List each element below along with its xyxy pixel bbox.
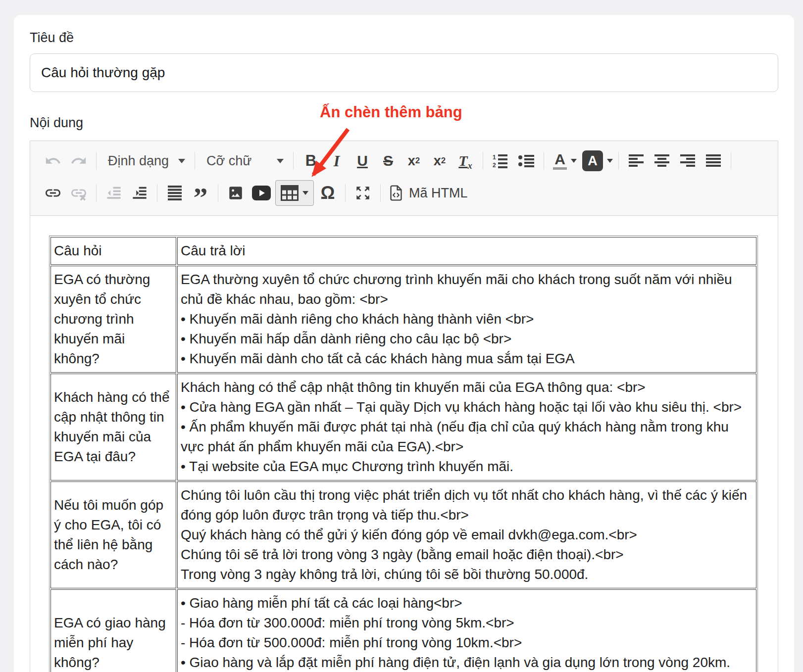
toolbar-separator	[345, 184, 346, 202]
faq-table-body: Câu hỏi Câu trả lời EGA có thường xuyên …	[50, 237, 756, 672]
numbered-list-button[interactable]: 12	[488, 148, 513, 174]
toolbar-separator	[380, 184, 381, 202]
chevron-down-icon	[571, 159, 577, 163]
redo-icon[interactable]	[66, 148, 92, 174]
indent-decrease-button[interactable]	[101, 180, 127, 206]
table-header-row: Câu hỏi Câu trả lời	[50, 237, 756, 265]
answer-line: Quý khách hàng có thể gửi ý kiến đóng gó…	[181, 525, 753, 545]
source-code-label: Mã HTML	[409, 186, 468, 201]
format-dropdown[interactable]: Định dạng	[101, 148, 190, 174]
answer-cell[interactable]: Khách hàng có thể cập nhật thông tin khu…	[177, 374, 756, 480]
font-size-dropdown[interactable]: Cỡ chữ	[200, 148, 289, 174]
blockquote-button[interactable]: ”	[188, 180, 213, 206]
source-code-button[interactable]: Mã HTML	[385, 180, 471, 206]
answer-line: Trong vòng 3 ngày không trả lời, chúng t…	[181, 565, 753, 584]
table-row: Khách hàng có thể cập nhật thông tin khu…	[50, 374, 756, 480]
answer-cell[interactable]: Chúng tôi luôn cầu thị trong việc phát t…	[177, 481, 756, 588]
superscript-button[interactable]: x2	[427, 148, 452, 174]
image-button[interactable]	[223, 180, 249, 206]
youtube-button[interactable]	[249, 180, 274, 206]
font-size-dropdown-label: Cỡ chữ	[206, 153, 251, 169]
question-cell[interactable]: EGA có thường xuyên tổ chức chương trình…	[50, 266, 176, 373]
chevron-down-icon	[178, 159, 185, 163]
title-field-label: Tiêu đề	[30, 30, 778, 46]
unlink-button[interactable]	[66, 180, 92, 206]
title-input[interactable]	[30, 53, 778, 92]
toolbar-separator	[195, 152, 195, 170]
toolbar-separator	[483, 152, 483, 170]
answer-line: • Cửa hàng EGA gần nhất – Tại quầy Dịch …	[181, 397, 753, 417]
toolbar-separator	[293, 152, 294, 170]
line-height-button[interactable]	[162, 180, 188, 206]
answer-line: - Hóa đơn từ 300.000đ: miễn phí trong vò…	[181, 613, 753, 633]
toolbar-separator	[96, 184, 97, 202]
answer-line: Chúng tôi luôn cầu thị trong việc phát t…	[181, 485, 753, 525]
toolbar-separator	[96, 152, 97, 170]
content-card: Tiêu đề Nội dung Ấn chèn thêm bảng	[14, 15, 794, 672]
annotation-text: Ấn chèn thêm bảng	[320, 103, 462, 121]
toolbar-separator	[544, 152, 544, 170]
bullet-list-button[interactable]	[513, 148, 539, 174]
html-doc-icon	[388, 185, 404, 201]
header-cell-answer[interactable]: Câu trả lời	[177, 237, 756, 265]
chevron-down-icon	[607, 159, 613, 163]
indent-increase-button[interactable]	[127, 180, 152, 206]
link-button[interactable]	[40, 180, 66, 206]
answer-line: • Khuyến mãi dành riêng cho khách hàng t…	[181, 309, 753, 329]
answer-line: • Giao hàng miễn phí tất cả các loại hàn…	[181, 593, 753, 613]
rich-text-editor: Ấn chèn thêm bảng Định dạng	[30, 141, 778, 672]
align-center-button[interactable]	[649, 148, 675, 174]
undo-icon[interactable]	[40, 148, 66, 174]
justify-button[interactable]	[701, 148, 726, 174]
align-right-button[interactable]	[675, 148, 701, 174]
format-dropdown-label: Định dạng	[108, 153, 169, 169]
question-cell[interactable]: EGA có giao hàng miễn phí hay không?	[50, 589, 176, 672]
answer-line: • Giao hàng và lắp đặt miễn phí hàng điệ…	[181, 653, 753, 672]
toolbar-separator	[157, 184, 157, 202]
annotation-arrow-icon	[301, 124, 366, 185]
align-left-button[interactable]	[623, 148, 649, 174]
answer-line: EGA thường xuyên tổ chức chương trình kh…	[181, 270, 753, 309]
answer-cell[interactable]: • Giao hàng miễn phí tất cả các loại hàn…	[177, 589, 756, 672]
svg-text:2: 2	[493, 162, 496, 168]
background-color-button[interactable]: A	[581, 148, 614, 174]
editor-content-area[interactable]: Câu hỏi Câu trả lời EGA có thường xuyên …	[30, 216, 778, 672]
toolbar-separator	[618, 152, 619, 170]
table-grid-icon	[281, 185, 299, 201]
svg-text:1: 1	[493, 154, 496, 161]
answer-line: • Ấn phẩm khuyến mãi được phát tại nhà (…	[181, 417, 753, 457]
answer-line: • Tại website của EGA mục Chương trình k…	[181, 457, 753, 477]
toolbar-separator	[218, 184, 218, 202]
answer-cell[interactable]: EGA thường xuyên tổ chức chương trình kh…	[177, 266, 756, 373]
table-row: Nếu tôi muốn góp ý cho EGA, tôi có thể l…	[50, 481, 756, 588]
editor-toolbar: Định dạng Cỡ chữ B I U S x2 x2 Tx	[30, 141, 778, 216]
background-color-a-icon: A	[582, 150, 603, 171]
chevron-down-icon	[277, 159, 284, 163]
subscript-button[interactable]: x2	[401, 148, 427, 174]
chevron-down-icon	[302, 191, 308, 195]
answer-line: Chúng tôi sẽ trả lời trong vòng 3 ngày (…	[181, 545, 753, 565]
table-row: EGA có giao hàng miễn phí hay không?• Gi…	[50, 589, 756, 672]
answer-line: • Khuyến mãi dành cho tất cả các khách h…	[181, 349, 753, 369]
text-color-button[interactable]: A	[549, 148, 581, 174]
answer-line: • Khuyến mãi hấp dẫn dành riêng cho câu …	[181, 329, 753, 349]
toolbar-separator	[731, 152, 731, 170]
faq-table: Câu hỏi Câu trả lời EGA có thường xuyên …	[49, 236, 758, 672]
question-cell[interactable]: Khách hàng có thể cập nhật thông tin khu…	[50, 374, 176, 480]
table-row: EGA có thường xuyên tổ chức chương trình…	[50, 266, 756, 373]
text-color-a-icon: A	[553, 152, 567, 170]
answer-line: - Hóa đơn từ 500.000đ: miễn phí trong vò…	[181, 633, 753, 653]
question-cell[interactable]: Nếu tôi muốn góp ý cho EGA, tôi có thể l…	[50, 481, 176, 588]
header-cell-question[interactable]: Câu hỏi	[50, 237, 176, 265]
strikethrough-button[interactable]: S	[375, 148, 401, 174]
answer-line: Khách hàng có thể cập nhật thông tin khu…	[181, 378, 753, 397]
remove-format-button[interactable]: Tx	[452, 148, 478, 174]
